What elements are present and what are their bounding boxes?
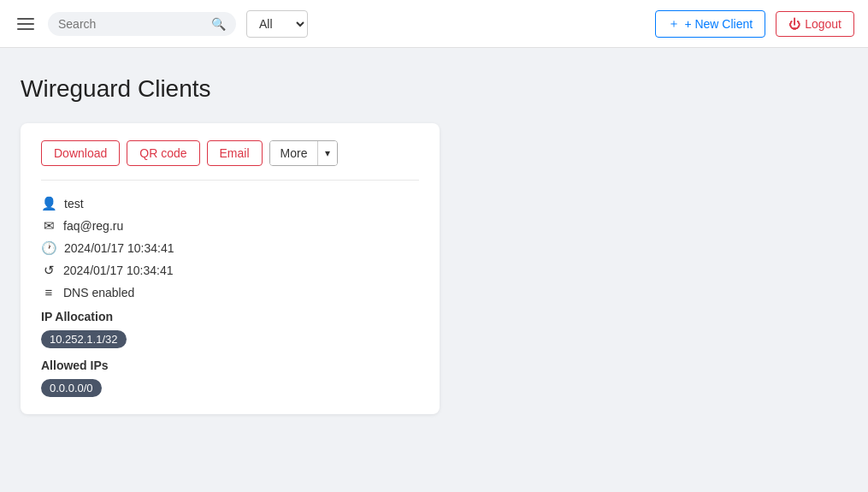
- ip-allocation-badge: 10.252.1.1/32: [41, 330, 127, 348]
- search-wrapper: 🔍: [48, 12, 236, 36]
- clock-icon: 🕐: [41, 240, 57, 256]
- created-at-row: 🕐 2024/01/17 10:34:41: [41, 240, 419, 256]
- client-created-at: 2024/01/17 10:34:41: [64, 241, 174, 255]
- filter-select[interactable]: All: [246, 10, 308, 38]
- logout-label: Logout: [805, 17, 841, 31]
- logout-icon: ⏻: [788, 17, 800, 31]
- allowed-ips-badge: 0.0.0.0/0: [41, 379, 102, 397]
- username-row: 👤 test: [41, 196, 419, 211]
- more-button[interactable]: More: [270, 141, 318, 165]
- search-input[interactable]: [58, 17, 206, 31]
- client-info: 👤 test ✉ faq@reg.ru 🕐 2024/01/17 10:34:4…: [41, 196, 419, 397]
- updated-at-row: ↺ 2024/01/17 10:34:41: [41, 263, 419, 278]
- main-content: Wireguard Clients Download QR code Email…: [0, 48, 868, 442]
- email-row: ✉ faq@reg.ru: [41, 218, 419, 234]
- page-title: Wireguard Clients: [21, 75, 847, 103]
- hamburger-menu[interactable]: [14, 15, 38, 33]
- email-button[interactable]: Email: [207, 140, 263, 166]
- dns-row: ≡ DNS enabled: [41, 285, 419, 299]
- allowed-ips-badge-wrapper: 0.0.0.0/0: [41, 379, 419, 397]
- client-username: test: [64, 197, 84, 210]
- ip-allocation-label: IP Allocation: [41, 310, 419, 323]
- download-button[interactable]: Download: [41, 140, 120, 166]
- allowed-ips-label: Allowed IPs: [41, 359, 419, 372]
- user-icon: 👤: [41, 196, 57, 211]
- new-client-label: + New Client: [684, 17, 753, 31]
- qr-code-button[interactable]: QR code: [127, 140, 199, 166]
- more-chevron-button[interactable]: ▾: [317, 141, 337, 165]
- dns-icon: ≡: [41, 285, 56, 299]
- logout-button[interactable]: ⏻ Logout: [776, 11, 854, 37]
- history-icon: ↺: [41, 263, 56, 278]
- search-icon: 🔍: [211, 17, 226, 31]
- ip-allocation-badge-wrapper: 10.252.1.1/32: [41, 330, 419, 348]
- action-buttons-row: Download QR code Email More ▾: [41, 140, 419, 181]
- app-header: 🔍 All ＋ + New Client ⏻ Logout: [0, 0, 868, 48]
- email-icon: ✉: [41, 218, 56, 234]
- client-card: Download QR code Email More ▾ 👤 test ✉ f…: [21, 123, 440, 414]
- plus-icon: ＋: [668, 16, 680, 32]
- client-dns-status: DNS enabled: [63, 286, 134, 299]
- client-email: faq@reg.ru: [63, 219, 123, 233]
- client-updated-at: 2024/01/17 10:34:41: [63, 264, 173, 277]
- new-client-button[interactable]: ＋ + New Client: [655, 10, 765, 38]
- more-button-group: More ▾: [269, 140, 339, 166]
